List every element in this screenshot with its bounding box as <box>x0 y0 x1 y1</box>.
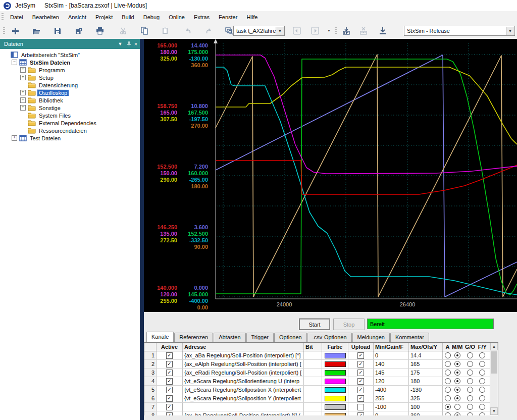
max-cell[interactable]: 14.4 <box>409 351 443 359</box>
toolbar-overflow-icon[interactable]: ▼ <box>327 29 331 32</box>
checkbox[interactable]: ✓ <box>357 387 364 393</box>
menu-fenster[interactable]: Fenster <box>214 12 242 22</box>
radio-a[interactable] <box>445 352 451 358</box>
expand-icon[interactable]: + <box>12 135 17 141</box>
tab-abtasten[interactable]: Abtasten <box>214 333 245 342</box>
radio-m-m[interactable] <box>454 378 460 384</box>
configuration-combobox[interactable]: StxSim - Release ▼ <box>404 26 515 36</box>
radio-a[interactable] <box>445 395 451 401</box>
tree-item-setup[interactable]: +Setup <box>0 74 140 81</box>
bit-cell[interactable] <box>304 394 322 402</box>
radio-f-y[interactable] <box>479 404 485 410</box>
min-cell[interactable]: 145 <box>374 369 409 377</box>
open-button[interactable] <box>29 24 43 37</box>
color-swatch[interactable] <box>325 379 346 384</box>
radio-f-y[interactable] <box>479 361 485 367</box>
bit-cell[interactable] <box>304 386 322 394</box>
radio-g-o[interactable] <box>467 395 473 401</box>
tree-item-stxsim-dateien[interactable]: −StxSim Dateien <box>0 59 140 66</box>
radio-m-m[interactable] <box>454 361 460 367</box>
menu-bearbeiten[interactable]: Bearbeiten <box>28 12 64 22</box>
radio-g-o[interactable] <box>467 370 473 376</box>
chevron-down-icon[interactable]: ▼ <box>506 27 514 35</box>
color-swatch[interactable] <box>325 361 346 367</box>
checkbox[interactable] <box>357 404 364 410</box>
checkbox[interactable]: ✓ <box>166 352 173 359</box>
min-cell[interactable]: 0 <box>374 351 409 359</box>
radio-a[interactable] <box>445 378 451 384</box>
radio-g-o[interactable] <box>467 404 473 410</box>
menubar-grip[interactable] <box>2 13 4 21</box>
radio-m-m[interactable] <box>454 370 460 376</box>
checkbox[interactable]: ✓ <box>166 378 173 385</box>
menu-debug[interactable]: Debug <box>139 12 164 22</box>
color-swatch[interactable] <box>325 396 346 401</box>
checkbox[interactable]: ✓ <box>357 352 364 359</box>
print-button[interactable] <box>93 24 107 37</box>
max-cell[interactable]: -130 <box>409 386 443 394</box>
table-scrollbar[interactable]: ▲ ▼ <box>490 343 498 415</box>
radio-m-m[interactable] <box>454 395 460 401</box>
checkbox[interactable]: ✓ <box>357 378 364 385</box>
toolbar-grip-2[interactable] <box>335 27 337 35</box>
menu-extras[interactable]: Extras <box>189 12 214 22</box>
redo-button[interactable] <box>202 24 216 37</box>
expand-icon[interactable]: + <box>20 97 26 103</box>
radio-f-y[interactable] <box>479 395 485 401</box>
radio-f-y[interactable] <box>479 370 485 376</box>
toolbar-grip[interactable] <box>3 27 5 35</box>
expand-icon[interactable]: + <box>20 67 26 73</box>
address-cell[interactable]: {ax_eAlph Regelung/Soll-Position (interp… <box>183 360 304 368</box>
color-swatch[interactable] <box>325 387 346 393</box>
panel-splitter[interactable] <box>140 39 144 420</box>
tree-item-sonstige[interactable]: +Sonstige <box>0 104 140 112</box>
expand-icon[interactable]: + <box>20 105 26 111</box>
bit-cell[interactable] <box>304 369 322 377</box>
radio-g-o[interactable] <box>467 352 473 358</box>
radio-a[interactable] <box>445 361 451 367</box>
pin-icon[interactable] <box>125 40 132 47</box>
menu-hilfe[interactable]: Hilfe <box>242 12 262 22</box>
scroll-down-icon[interactable]: ▼ <box>490 407 498 415</box>
oscilloscope-view[interactable]: 165.000180.00325.0014.400175.000-130.003… <box>144 39 517 312</box>
checkbox[interactable]: ✓ <box>166 387 173 393</box>
tab-referenzen[interactable]: Referenzen <box>174 333 213 342</box>
radio-a[interactable] <box>445 404 451 410</box>
radio-a[interactable] <box>445 370 451 376</box>
min-cell[interactable]: -400 <box>374 386 409 394</box>
collapse-icon[interactable]: − <box>12 60 17 65</box>
expand-icon[interactable]: + <box>20 90 26 95</box>
tab-csv-optionen[interactable]: .csv-Optionen <box>307 333 352 342</box>
forward-button[interactable] <box>308 24 322 37</box>
checkbox[interactable]: ✓ <box>357 361 364 368</box>
checkbox[interactable]: ✓ <box>166 361 173 368</box>
checkbox[interactable]: ✓ <box>357 370 364 376</box>
tab-trigger[interactable]: Trigger <box>246 333 274 342</box>
radio-g-o[interactable] <box>467 378 473 384</box>
menu-online[interactable]: Online <box>164 12 189 22</box>
radio-g-o[interactable] <box>467 361 473 367</box>
back-button[interactable] <box>290 24 304 37</box>
panel-menu-icon[interactable]: ▼ <box>117 40 124 47</box>
address-cell[interactable]: {vt_eScara Regelung/Sollposition Y (inte… <box>183 394 304 402</box>
radio-m-m[interactable] <box>454 404 460 410</box>
min-cell[interactable]: 140 <box>374 360 409 368</box>
color-swatch[interactable] <box>325 353 346 358</box>
save-all-button[interactable] <box>72 24 86 37</box>
tree-item-bibliothek[interactable]: +Bibliothek <box>0 96 140 104</box>
max-cell[interactable]: 100 <box>409 403 443 411</box>
color-swatch[interactable] <box>325 404 346 410</box>
tree-item-oszilloskop[interactable]: +Oszilloskop <box>0 89 140 96</box>
radio-m-m[interactable] <box>454 387 460 393</box>
checkbox[interactable]: ✓ <box>166 370 173 376</box>
new-button[interactable] <box>8 24 22 37</box>
radio-f-y[interactable] <box>479 387 485 393</box>
close-icon[interactable]: × <box>132 40 139 47</box>
max-cell[interactable]: 325 <box>409 394 443 402</box>
expand-icon[interactable]: + <box>20 75 26 80</box>
undo-button[interactable] <box>181 24 195 37</box>
bit-cell[interactable] <box>304 403 322 411</box>
tab-kommentar[interactable]: Kommentar <box>390 333 429 342</box>
checkbox[interactable]: ✓ <box>166 395 173 402</box>
radio-f-y[interactable] <box>479 352 485 358</box>
